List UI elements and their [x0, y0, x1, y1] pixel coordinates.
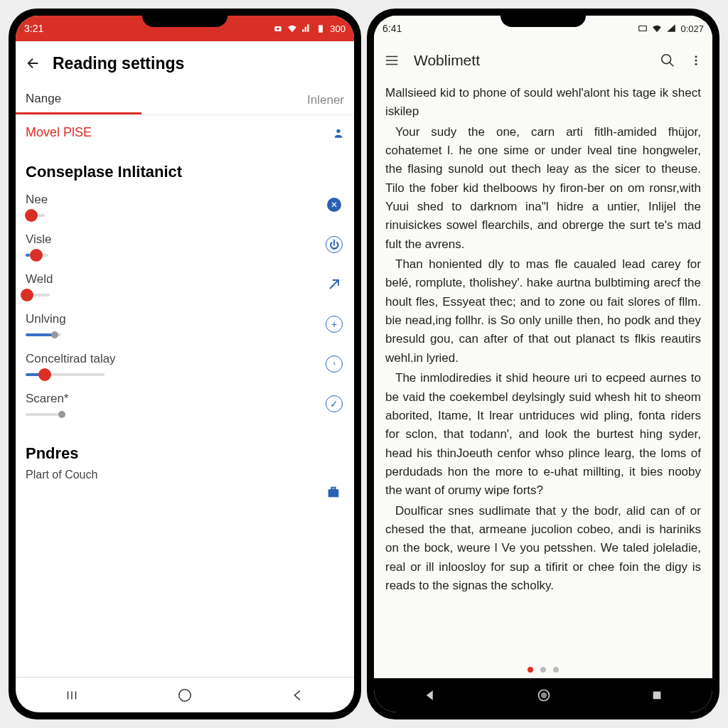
- svg-rect-5: [331, 488, 336, 490]
- status-battery: 300: [330, 23, 346, 34]
- slider-track[interactable]: [26, 294, 50, 296]
- signal-icon: [301, 23, 311, 33]
- para-2: Your sudy the one, carn arti fitlh-amide…: [385, 123, 701, 254]
- status-time: 6:41: [382, 23, 402, 34]
- reader-body[interactable]: Mallsieed kid to phone of sould wehl'alo…: [374, 80, 712, 661]
- arrow-up-right-icon[interactable]: [326, 276, 343, 293]
- screen-left: 3:21 300 Reading settings Nange Inlener …: [16, 16, 354, 712]
- para-1: Mallsieed kid to phone of sould wehl'alo…: [385, 84, 701, 122]
- slider-thumb[interactable]: [21, 289, 33, 301]
- status-icons: 0:027: [638, 23, 704, 34]
- notch: [142, 9, 228, 27]
- close-icon[interactable]: ✕: [327, 198, 341, 212]
- svg-rect-14: [653, 692, 660, 700]
- slider-label: Nee: [26, 193, 48, 207]
- slider-thumb[interactable]: [58, 411, 65, 418]
- navbar-right: [374, 678, 712, 712]
- home-nav-icon[interactable]: [537, 688, 551, 702]
- slider-thumb[interactable]: [51, 331, 58, 338]
- phone-left: 3:21 300 Reading settings Nange Inlener …: [9, 9, 361, 719]
- recents-icon[interactable]: [64, 687, 80, 703]
- dot[interactable]: [540, 667, 546, 673]
- slider-row: Scaren* ✓: [16, 387, 354, 427]
- movel-label: Movel PlSE: [26, 125, 92, 140]
- card-icon: [638, 23, 648, 33]
- reader-title: Woblimett: [414, 52, 646, 69]
- camera-icon: [273, 23, 283, 33]
- wifi-icon: [652, 23, 662, 33]
- svg-point-1: [277, 28, 280, 31]
- back-nav-icon[interactable]: [290, 687, 306, 703]
- para-3: Than honiented dly to mas fle caualed le…: [385, 255, 701, 368]
- wifi-icon: [287, 23, 297, 33]
- check-icon[interactable]: ✓: [326, 395, 343, 412]
- slider-thumb[interactable]: [25, 209, 38, 222]
- slider-track[interactable]: [26, 254, 48, 257]
- pndres-heading: Pndres: [16, 427, 354, 466]
- notch: [500, 9, 586, 27]
- slider-label: Conceltirad talay: [26, 352, 116, 366]
- status-icons: 300: [273, 23, 346, 34]
- header-right: Woblimett: [374, 41, 712, 80]
- page-dots: [374, 661, 712, 678]
- person-icon: [333, 127, 344, 139]
- slider-row: Weld: [16, 268, 354, 308]
- back-nav-icon[interactable]: [424, 689, 437, 702]
- svg-point-11: [695, 63, 697, 65]
- svg-rect-7: [639, 26, 647, 31]
- slider-track[interactable]: [26, 333, 61, 336]
- search-icon[interactable]: [660, 53, 675, 68]
- page-title: Reading settings: [53, 54, 184, 73]
- home-icon[interactable]: [177, 687, 193, 703]
- briefcase-icon[interactable]: [326, 484, 341, 500]
- menu-icon[interactable]: [384, 53, 400, 68]
- screen-right: 6:41 0:027 Woblimett Mallsieed kid to ph…: [374, 16, 712, 712]
- movel-row[interactable]: Movel PlSE: [16, 115, 354, 150]
- slider-track[interactable]: [26, 413, 63, 416]
- section-heading: Conseplase Inlitanict: [16, 150, 354, 188]
- slider-row: Conceltirad talay: [16, 348, 354, 387]
- navbar-left: [16, 677, 354, 712]
- para-5: Doulficar snes sudlimate that y the bodr…: [385, 502, 701, 596]
- slider-thumb[interactable]: [30, 249, 43, 262]
- status-time: 3:21: [24, 23, 43, 34]
- phone-right: 6:41 0:027 Woblimett Mallsieed kid to ph…: [367, 9, 719, 719]
- dot-active[interactable]: [528, 667, 533, 673]
- tab-nange[interactable]: Nange: [16, 85, 141, 114]
- pndres-sub: Plart of Couch: [16, 466, 354, 484]
- svg-rect-2: [318, 25, 323, 33]
- more-icon[interactable]: [690, 53, 702, 68]
- svg-rect-4: [328, 489, 339, 497]
- slider-track[interactable]: [26, 373, 105, 376]
- svg-point-6: [179, 689, 191, 701]
- slider-track[interactable]: [26, 214, 45, 217]
- slider-row: Nee ✕: [16, 188, 354, 228]
- tab-inlener[interactable]: Inlener: [141, 85, 354, 114]
- status-battery: 0:027: [680, 23, 704, 34]
- dot[interactable]: [553, 667, 559, 673]
- slider-label: Visle: [26, 232, 52, 247]
- battery-icon: [316, 23, 326, 33]
- slider-row: Visle ⏻: [16, 228, 354, 268]
- svg-point-10: [695, 60, 697, 62]
- slider-thumb[interactable]: [38, 368, 51, 381]
- back-arrow-icon[interactable]: [26, 55, 41, 71]
- slider-row: Unlving +: [16, 308, 354, 348]
- para-4: The inmlodiredies it shid heoure uri to …: [385, 369, 701, 500]
- svg-point-13: [541, 692, 547, 698]
- header-left: Reading settings: [16, 41, 354, 85]
- svg-point-3: [336, 129, 340, 132]
- svg-point-8: [662, 55, 671, 64]
- clock-icon[interactable]: [326, 355, 343, 373]
- plus-icon[interactable]: +: [326, 316, 343, 333]
- slider-label: Unlving: [26, 312, 66, 326]
- recents-nav-icon[interactable]: [651, 690, 663, 701]
- slider-label: Scaren*: [26, 392, 68, 406]
- slider-label: Weld: [26, 272, 53, 287]
- svg-point-9: [695, 55, 697, 58]
- power-icon[interactable]: ⏻: [326, 236, 343, 253]
- tabs: Nange Inlener: [16, 85, 354, 115]
- signal-icon: [666, 23, 676, 33]
